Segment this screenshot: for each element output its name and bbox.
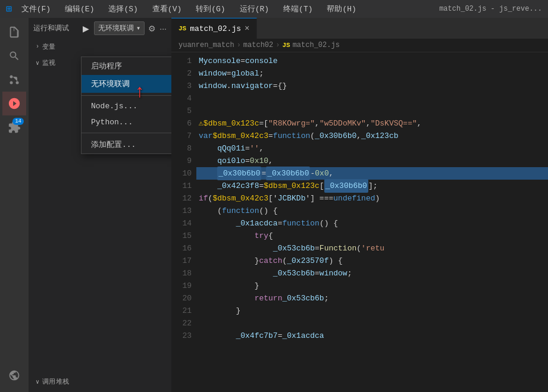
menu-select[interactable]: 选择(S) [106, 2, 140, 15]
arrow-indicator: ↑ [134, 82, 145, 102]
code-line-4 [196, 92, 548, 105]
dropdown-item-start[interactable]: 启动程序 [82, 57, 171, 75]
breadcrumb: yuanren_match › match02 › JS match_02.js [171, 39, 548, 52]
code-line-21: } [196, 305, 548, 317]
editor-area: JS match_02.js × yuanren_match › match02… [171, 18, 548, 392]
menu-view[interactable]: 查看(V) [150, 2, 184, 15]
menu-terminal[interactable]: 终端(T) [281, 2, 315, 15]
code-line-20: return _0x53cb6b; [196, 292, 548, 305]
main-layout: 14 运行和调试 ▶ 无环境联调 ▾ ⚙ ··· › 变量 ∨ 监视 [0, 18, 548, 392]
code-line-8: qQq01i = '', [196, 142, 548, 155]
code-line-22 [196, 317, 548, 330]
watch-label: 监视 [42, 58, 56, 67]
menu-run[interactable]: 运行(R) [237, 2, 271, 15]
tab-close-button[interactable]: × [245, 24, 249, 33]
activity-bar: 14 [0, 18, 29, 392]
extensions-badge: 14 [12, 118, 24, 125]
code-line-13: (function() { [196, 205, 548, 217]
code-editor[interactable]: 12345 678910 1112131415 1617181920 21222… [171, 52, 548, 392]
activity-files[interactable] [2, 20, 26, 44]
tab-bar: JS match_02.js × [171, 18, 548, 39]
svg-point-2 [10, 81, 13, 84]
tab-match02[interactable]: JS match_02.js × [171, 18, 257, 39]
variables-section: › 变量 [29, 39, 171, 55]
breadcrumb-file: match_02.js [293, 41, 340, 49]
breadcrumb-sep-2: › [275, 41, 280, 49]
activity-search[interactable] [2, 44, 26, 68]
sidebar-header: 运行和调试 ▶ 无环境联调 ▾ ⚙ ··· [29, 18, 171, 39]
activity-remote[interactable] [2, 363, 26, 387]
breadcrumb-js-icon: JS [282, 42, 290, 49]
env-selector[interactable]: 无环境联调 ▾ [94, 21, 145, 35]
code-line-10: _0x30b6b0 = _0x30b6b0 - 0x0, [196, 167, 548, 180]
vs-logo: ⊞ [6, 3, 12, 15]
chevron-down-icon-watch: ∨ [36, 59, 40, 67]
code-line-15: try { [196, 230, 548, 242]
chevron-down-icon: ▾ [136, 24, 140, 33]
dropdown-menu: 启动程序 无环境联调 Node.js... Python... 添加配置... [81, 57, 171, 154]
chevron-down-icon-call: ∨ [36, 378, 40, 385]
dropdown-item-add-config[interactable]: 添加配置... [82, 136, 171, 153]
activity-extensions[interactable]: 14 [2, 115, 26, 139]
menu-goto[interactable]: 转到(G) [193, 2, 227, 15]
menu-help[interactable]: 帮助(H) [324, 2, 358, 15]
line-numbers: 12345 678910 1112131415 1617181920 21222… [171, 52, 196, 392]
code-line-11: _0x42c3f8 = $dbsm_0x123c[_0x30b6b0]; [196, 180, 548, 192]
dropdown-item-no-env[interactable]: 无环境联调 [82, 75, 171, 93]
menu-file[interactable]: 文件(F) [19, 2, 53, 15]
call-stack-header[interactable]: ∨ 调用堆栈 [29, 376, 171, 387]
dropdown-overlay: 启动程序 无环境联调 Node.js... Python... 添加配置... [81, 57, 171, 154]
code-line-1: Myconsole = console [196, 55, 548, 67]
code-line-9: qoi0lo = 0x10, [196, 155, 548, 167]
sidebar: 运行和调试 ▶ 无环境联调 ▾ ⚙ ··· › 变量 ∨ 监视 启动程序 [29, 18, 171, 392]
code-line-3: window.navigator = {} [196, 80, 548, 92]
activity-git[interactable] [2, 68, 26, 92]
code-line-12: if ($dbsm_0x42c3['JCBKDb'] === undefined… [196, 192, 548, 205]
title-bar: ⊞ 文件(F) 编辑(E) 选择(S) 查看(V) 转到(G) 运行(R) 终端… [0, 0, 548, 18]
dropdown-divider [82, 95, 171, 96]
svg-point-0 [16, 81, 19, 84]
js-file-icon: JS [179, 25, 186, 32]
code-content: Myconsole = console window = global; win… [196, 52, 548, 392]
env-selector-label: 无环境联调 [98, 23, 134, 33]
call-stack-section: ∨ 调用堆栈 [29, 371, 171, 392]
breadcrumb-folder: match02 [243, 41, 273, 49]
title-bar-left: ⊞ 文件(F) 编辑(E) 选择(S) 查看(V) 转到(G) 运行(R) 终端… [6, 2, 359, 15]
breadcrumb-sep-1: › [237, 41, 241, 49]
code-line-5 [196, 105, 548, 117]
code-line-18: _0x53cb6b = window; [196, 267, 548, 280]
code-line-23: _0x4fc7b7 = _0x1acdca [196, 330, 548, 342]
code-line-16: _0x53cb6b = Function('retu [196, 242, 548, 255]
gear-button[interactable]: ⚙ [148, 24, 156, 33]
dropdown-item-nodejs[interactable]: Node.js... [82, 98, 171, 114]
menu-bar: 文件(F) 编辑(E) 选择(S) 查看(V) 转到(G) 运行(R) 终端(T… [19, 2, 359, 15]
code-line-7: var $dbsm_0x42c3 = function(_0x30b6b0, _… [196, 130, 548, 142]
variables-header[interactable]: › 变量 [29, 41, 171, 52]
menu-edit[interactable]: 编辑(E) [62, 2, 96, 15]
call-stack-label: 调用堆栈 [42, 377, 70, 386]
code-line-2: window = global; [196, 67, 548, 80]
window-title: match_02.js - js_reve... [439, 5, 542, 13]
svg-point-1 [10, 76, 13, 79]
chevron-right-icon: › [36, 43, 40, 50]
breadcrumb-root: yuanren_match [179, 41, 234, 49]
code-line-17: } catch (_0x23570f) { [196, 255, 548, 267]
run-button[interactable]: ▶ [82, 23, 90, 35]
sidebar-title: 运行和调试 [33, 23, 78, 33]
activity-run-debug[interactable] [2, 92, 26, 115]
dropdown-divider-2 [82, 133, 171, 133]
tab-filename: match_02.js [190, 24, 241, 33]
code-line-19: } [196, 280, 548, 292]
code-line-6: ⚠$dbsm_0x123c=["R8KOwrg=","w5DDoMKv","Ds… [196, 117, 548, 130]
more-button[interactable]: ··· [159, 24, 167, 33]
code-line-14: _0x1acdca = function() { [196, 217, 548, 230]
dropdown-item-python[interactable]: Python... [82, 114, 171, 130]
variables-label: 变量 [42, 42, 56, 51]
